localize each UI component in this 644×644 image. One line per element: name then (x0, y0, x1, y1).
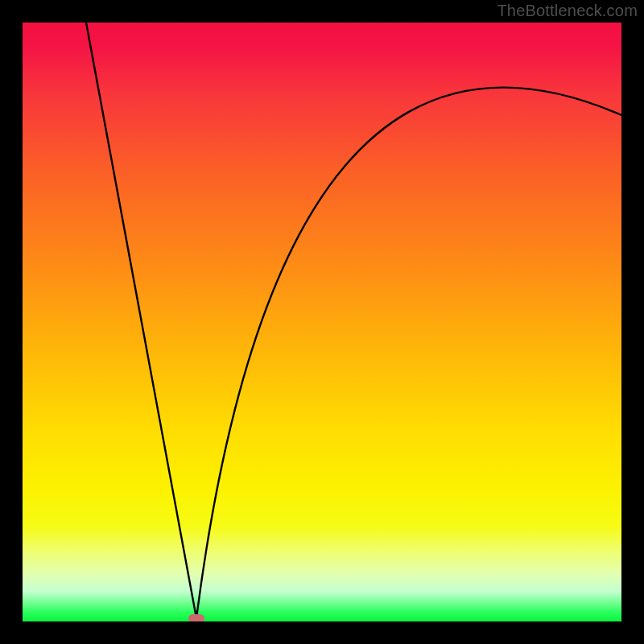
optimum-marker (188, 614, 204, 622)
plot-area (23, 23, 621, 621)
chart-frame: TheBottleneck.com (0, 0, 644, 644)
bottleneck-curve (23, 23, 621, 621)
watermark-text: TheBottleneck.com (497, 2, 638, 20)
